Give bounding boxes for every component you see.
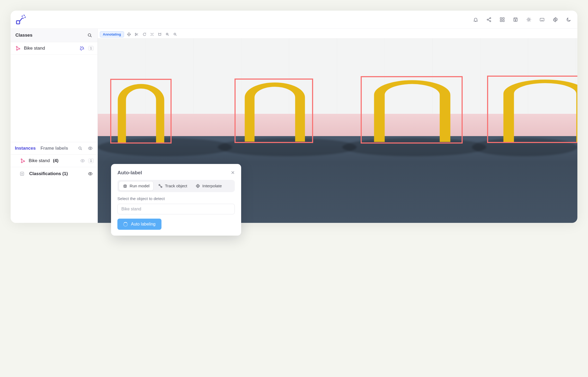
classes-panel-header: Classes — [11, 29, 97, 42]
segment-label: Run model — [130, 184, 150, 188]
keyboard-icon[interactable] — [539, 17, 545, 23]
tab-frame-labels[interactable]: Frame labels — [40, 146, 68, 151]
svg-point-35 — [197, 185, 199, 188]
svg-point-10 — [515, 20, 516, 21]
move-icon[interactable] — [127, 32, 131, 37]
tab-instances[interactable]: Instances — [15, 146, 36, 151]
top-bar — [11, 11, 577, 29]
spinner-icon — [123, 222, 128, 227]
svg-rect-6 — [503, 18, 504, 19]
autolabel-panel: Auto-label ✕ Run model Track object Inte… — [111, 164, 241, 236]
segment-label: Interpolate — [202, 184, 222, 188]
eye-icon[interactable] — [87, 171, 93, 177]
class-count-badge: 1 — [88, 46, 94, 51]
instances-tabs: Instances Frame labels — [11, 142, 97, 155]
class-item[interactable]: Bike stand 1 — [11, 42, 97, 55]
svg-rect-7 — [500, 20, 502, 21]
classifications-label: Classifications (1) — [29, 171, 82, 176]
top-toolbar — [473, 17, 572, 23]
instance-count: (4) — [53, 158, 58, 163]
segment-track-object[interactable]: Track object — [154, 181, 191, 191]
button-label: Auto labeling — [131, 222, 156, 227]
classifications-item[interactable]: + Classifications (1) — [11, 167, 97, 180]
polygon-class-icon — [15, 46, 21, 51]
scissors-icon[interactable] — [134, 32, 139, 37]
segment-run-model[interactable]: Run model — [119, 181, 154, 191]
svg-point-25 — [135, 33, 136, 34]
autolabel-title: Auto-label — [117, 170, 142, 176]
segment-interpolate[interactable]: Interpolate — [192, 181, 225, 191]
svg-point-1 — [22, 15, 25, 18]
expand-plus-icon[interactable]: + — [20, 172, 24, 176]
zoom-in-icon[interactable] — [165, 32, 170, 37]
svg-rect-27 — [159, 33, 161, 35]
instance-label: Bike stand — [29, 158, 50, 163]
svg-rect-8 — [503, 20, 504, 21]
svg-point-24 — [90, 173, 91, 175]
svg-point-18 — [79, 147, 81, 149]
track-icon — [158, 184, 163, 188]
segment-label: Track object — [165, 184, 187, 188]
autolabel-mode-segmented: Run model Track object Interpolate — [117, 180, 235, 192]
search-icon[interactable] — [87, 32, 93, 38]
auto-label-button[interactable]: Auto labeling — [117, 219, 161, 230]
save-icon[interactable] — [513, 17, 518, 23]
svg-rect-12 — [540, 18, 544, 21]
zoom-out-icon[interactable] — [173, 32, 177, 37]
app-logo-icon — [15, 14, 26, 25]
svg-point-32 — [125, 186, 126, 186]
eye-icon[interactable] — [87, 145, 93, 151]
object-detect-input[interactable] — [117, 204, 235, 214]
app-window: Classes Bike stand 1 Instances Frame lab… — [11, 11, 577, 223]
svg-point-26 — [135, 35, 136, 36]
settings-gear-icon[interactable] — [552, 17, 558, 23]
classes-title: Classes — [15, 33, 32, 38]
svg-point-36 — [197, 185, 198, 187]
bell-icon[interactable] — [473, 17, 479, 23]
search-icon[interactable] — [77, 145, 83, 151]
instance-badge: 1 — [88, 158, 94, 163]
target-icon — [195, 184, 200, 188]
brightness-icon[interactable] — [526, 17, 532, 23]
fit-icon[interactable] — [157, 32, 162, 37]
svg-point-23 — [82, 160, 83, 162]
share-icon[interactable] — [486, 17, 492, 23]
status-chip: Annotating — [100, 31, 124, 37]
grid-icon[interactable] — [499, 17, 505, 23]
moon-icon[interactable] — [566, 17, 572, 23]
canvas-viewport[interactable]: Annotating — [98, 29, 577, 223]
sidebar: Classes Bike stand 1 Instances Frame lab… — [11, 29, 98, 223]
svg-point-14 — [88, 34, 91, 36]
object-field-label: Select the object to detect — [117, 196, 235, 201]
svg-point-31 — [124, 186, 125, 186]
eye-icon[interactable] — [80, 158, 86, 164]
svg-rect-5 — [500, 18, 502, 19]
robot-icon — [123, 184, 127, 188]
svg-point-19 — [90, 148, 91, 149]
close-icon[interactable]: ✕ — [231, 170, 235, 176]
viewport-toolbar: Annotating — [100, 31, 177, 37]
svg-point-11 — [528, 19, 530, 20]
polygon-class-icon — [20, 158, 25, 163]
instance-item[interactable]: Bike stand (4) 1 — [11, 155, 97, 167]
magic-wand-icon[interactable] — [79, 45, 85, 51]
svg-point-13 — [555, 19, 556, 20]
expand-icon[interactable] — [150, 32, 154, 37]
comment-icon[interactable] — [142, 32, 147, 37]
class-label: Bike stand — [24, 46, 76, 51]
